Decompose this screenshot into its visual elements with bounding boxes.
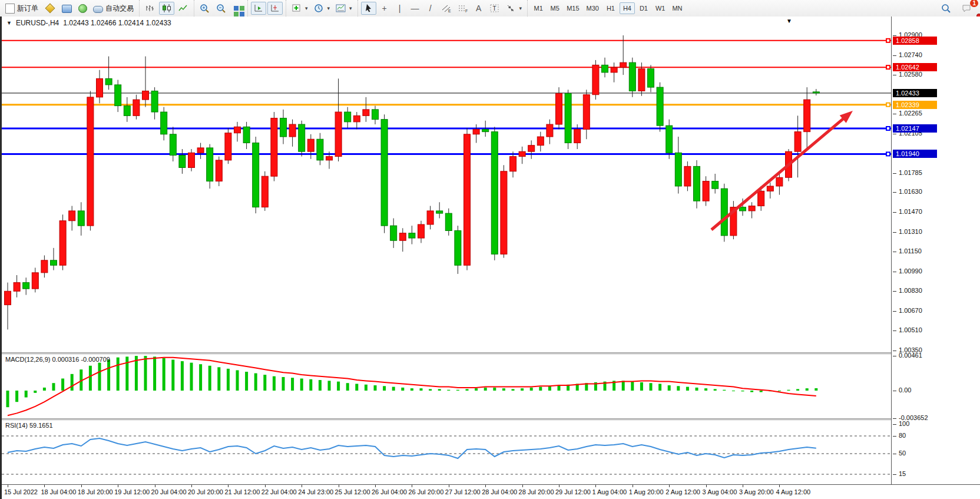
time-axis-label: 3 Aug 20:00 [739,488,774,495]
bar-chart-button[interactable] [143,2,158,15]
zoom-out-button[interactable] [214,2,229,15]
new-order-label: 新订单 [17,4,38,14]
time-axis-tick [595,485,596,487]
time-axis-label: 27 Jul 12:00 [445,488,481,495]
horizontal-line-button[interactable]: — [408,2,422,15]
charts-window-icon [62,5,72,13]
time-axis-tick [155,485,155,487]
time-axis-label: 18 Jul 20:00 [78,488,113,495]
price-axis[interactable]: 1.029001.027401.025801.022651.021051.017… [891,16,980,484]
timeframe-button-m1[interactable]: M1 [531,2,546,14]
title-collapse-icon[interactable]: ▼ [6,20,12,26]
time-axis-label: 18 Jul 04:00 [41,488,76,495]
equidistant-channel-icon: E [441,4,452,13]
time-axis-label: 28 Jul 04:00 [482,488,517,495]
toolbar-group-timeframes: M1M5M15M30H1H4D1W1MN [527,0,688,16]
time-axis[interactable]: 15 Jul 202218 Jul 04:0018 Jul 20:0019 Ju… [2,484,980,499]
macd-pane[interactable]: MACD(12,26,9) 0.000316 -0.000709 [2,354,891,418]
price-line-badge: 1.01940 [893,150,937,158]
timeframe-button-m30[interactable]: M30 [584,2,602,14]
crosshair-button[interactable]: + [378,2,392,15]
toolbar-right: 1 [938,2,980,15]
signals-button[interactable] [75,2,90,15]
auto-trading-button[interactable]: 自动交易 [91,2,136,15]
time-axis-label: 3 Aug 04:00 [703,488,737,495]
toolbar-group-trade: 新订单 自动交易 [0,0,139,16]
rsi-tick-label: 50 [899,450,906,457]
fibonacci-button[interactable]: F [455,2,471,15]
search-button[interactable] [938,2,953,15]
price-tick-label: 1.00510 [899,326,922,333]
price-tick-label: 1.00670 [899,307,922,314]
price-tick-label: 1.01470 [899,208,922,215]
rsi-label: RSI(14) 59.1651 [5,422,53,429]
timeframe-button-mn[interactable]: MN [669,2,685,14]
indicators-button[interactable]: ▾ [289,2,310,15]
indicators-icon [292,4,302,13]
text-label-button[interactable]: T [487,2,502,15]
scroll-end-marker-icon[interactable]: ▼ [786,18,792,24]
timeframe-button-d1[interactable]: D1 [636,2,651,14]
new-order-icon [5,4,15,14]
symbol-period-label: EURUSD-,H4 [16,19,59,27]
new-order-button[interactable]: 新订单 [3,2,41,15]
text-button[interactable]: A [472,2,486,15]
time-axis-tick [265,485,266,487]
candlestick-layer[interactable] [2,16,891,352]
timeframe-button-m5[interactable]: M5 [547,2,562,14]
signals-icon [78,4,87,13]
templates-button[interactable]: ▾ [333,2,355,15]
notifications-button[interactable]: 1 [959,2,975,15]
arrows-button[interactable]: ▾ [504,2,525,15]
tile-windows-button[interactable] [230,2,244,15]
trendline-icon: / [429,4,432,12]
auto-scroll-button[interactable] [251,2,266,15]
templates-caret-icon: ▾ [349,5,352,11]
timeframe-button-m15[interactable]: M15 [564,2,582,14]
cursor-button[interactable] [361,2,376,15]
time-axis-tick [559,485,559,487]
charts-window-button[interactable] [59,2,74,15]
trendline-button[interactable]: / [423,2,438,15]
price-tick-label: 1.00990 [899,267,922,275]
periods-clock-icon [314,4,325,13]
rsi-layer[interactable] [2,420,891,484]
timeframe-button-h4[interactable]: H4 [620,2,635,14]
chart-shift-button[interactable] [267,2,283,15]
timeframe-button-h1[interactable]: H1 [603,2,618,14]
price-tick-label: 1.01150 [899,247,922,255]
price-pane[interactable]: ▼ EURUSD-,H4 1.02443 1.02466 1.02414 1.0… [2,16,891,352]
time-axis-tick [669,485,670,487]
candlestick-chart-button[interactable] [159,2,174,15]
bar-chart-icon [145,4,155,13]
time-axis-label: 19 Jul 12:00 [114,488,150,495]
time-axis-tick [375,485,376,487]
time-axis-label: 2 Aug 12:00 [666,488,700,495]
price-tick-label: 1.00830 [899,287,922,294]
timeframe-button-w1[interactable]: W1 [653,2,668,14]
time-axis-label: 20 Jul 20:00 [188,488,223,495]
line-chart-button[interactable] [176,2,191,15]
macd-layer[interactable] [2,354,891,418]
time-axis-label: 4 Aug 12:00 [776,488,810,495]
zoom-in-button[interactable] [197,2,213,15]
toolbar-group-scroll [247,0,286,16]
equidistant-channel-button[interactable]: E [439,2,454,15]
periods-button[interactable]: ▾ [312,2,333,15]
cursor-arrow-icon [363,4,374,13]
toolbar-group-zoom [194,0,247,16]
toolbar-group-drawing: + | — / E F A T ▾ [357,0,528,16]
time-axis-tick [191,485,192,487]
rsi-pane[interactable]: RSI(14) 59.1651 [2,420,891,484]
vertical-line-button[interactable]: | [393,2,407,15]
time-axis-tick [449,485,449,487]
price-line-badge: 1.02339 [893,101,937,109]
market-watch-button[interactable] [42,2,58,15]
price-line-badge: 1.02147 [893,124,937,133]
time-axis-tick [633,485,633,487]
time-axis-tick [412,485,412,487]
time-axis-tick [779,485,780,487]
svg-text:T: T [492,5,496,12]
zoom-in-icon [200,4,210,13]
time-axis-label: 21 Jul 12:00 [224,488,260,495]
